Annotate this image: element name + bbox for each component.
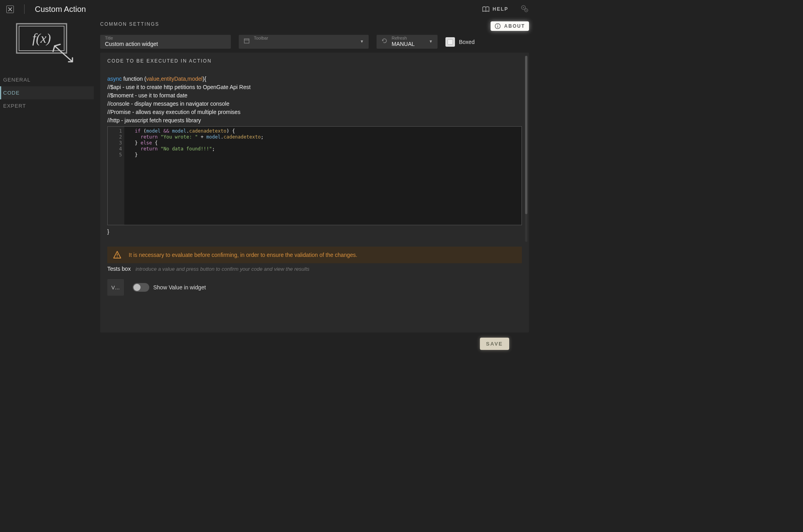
- editor-content: if (model && model.cadenadetexto) { retu…: [124, 127, 267, 225]
- page-title: Custom Action: [35, 5, 86, 14]
- close-icon: [8, 7, 12, 11]
- help-button[interactable]: HELP: [482, 6, 508, 12]
- divider: [24, 4, 25, 14]
- save-button[interactable]: SAVE: [480, 338, 509, 350]
- book-icon: [482, 6, 489, 12]
- title-value: Custom action widget: [105, 41, 226, 47]
- tab-label: CODE: [3, 90, 20, 96]
- settings-gears-icon[interactable]: [520, 4, 529, 14]
- boxed-checkbox-wrap: Boxed: [445, 37, 475, 47]
- warning-icon: [113, 251, 122, 259]
- scrollbar[interactable]: [525, 56, 527, 242]
- close-button[interactable]: [6, 6, 14, 13]
- tab-label: GENERAL: [3, 77, 30, 83]
- refresh-value: MANUAL: [392, 41, 425, 47]
- code-editor[interactable]: 12345 if (model && model.cadenadetexto) …: [107, 126, 522, 225]
- tests-box-row: Tests box introduce a value and press bu…: [107, 266, 522, 272]
- calendar-icon: [244, 38, 250, 45]
- warning-box: It is necessary to evaluate before confi…: [107, 247, 522, 263]
- show-value-toggle[interactable]: [133, 283, 149, 292]
- svg-point-1: [523, 7, 524, 8]
- code-panel: CODE TO BE EXECUTED IN ACTION async func…: [100, 53, 529, 332]
- closing-brace: }: [107, 228, 522, 235]
- chevron-down-icon: ▼: [429, 39, 433, 44]
- toolbar-select[interactable]: Toolbar ▼: [239, 35, 369, 49]
- header-bar: Custom Action HELP: [0, 0, 535, 18]
- code-comment: //console - display messages in navigato…: [107, 100, 522, 108]
- toolbar-value: [254, 41, 356, 47]
- about-label: ABOUT: [504, 23, 525, 29]
- code-comment: //Promise - allows easy execution of mul…: [107, 108, 522, 116]
- tab-general[interactable]: GENERAL: [0, 73, 94, 86]
- footer: SAVE: [100, 332, 529, 355]
- info-icon: [495, 23, 501, 29]
- code-comment: //$moment - use it to format date: [107, 91, 522, 100]
- fx-logo-icon: f(x): [15, 22, 94, 66]
- settings-header-row: COMMON SETTINGS ABOUT: [100, 21, 529, 31]
- save-label: SAVE: [486, 341, 503, 347]
- title-label: Title: [105, 36, 226, 40]
- about-button[interactable]: ABOUT: [491, 21, 529, 31]
- tab-label: EXPERT: [3, 103, 26, 109]
- refresh-icon: [381, 38, 388, 45]
- title-field[interactable]: Title Custom action widget: [100, 35, 231, 49]
- svg-point-13: [117, 256, 118, 257]
- function-signature: async function (value,entityData,model){: [107, 75, 522, 83]
- content: COMMON SETTINGS ABOUT Title Custom actio…: [94, 18, 535, 355]
- editor-gutter: 12345: [108, 127, 124, 225]
- code-comment: //http - javascript fetch requests libra…: [107, 116, 522, 125]
- svg-point-3: [526, 10, 527, 10]
- refresh-select[interactable]: Refresh MANUAL ▼: [377, 35, 438, 49]
- tests-box-hint: introduce a value and press button to co…: [135, 266, 309, 272]
- boxed-label: Boxed: [459, 39, 475, 45]
- settings-fields-row: Title Custom action widget Toolbar ▼: [100, 35, 529, 49]
- tab-expert[interactable]: EXPERT: [0, 99, 94, 112]
- sidebar: f(x) GENERAL CODE EXPERT: [0, 18, 94, 355]
- common-settings-label: COMMON SETTINGS: [100, 21, 159, 27]
- value-button-label: V…: [111, 285, 120, 291]
- chevron-down-icon: ▼: [360, 39, 364, 44]
- tests-box-label: Tests box: [107, 266, 131, 272]
- code-comment: //$api - use it to create http petitions…: [107, 83, 522, 91]
- tab-code[interactable]: CODE: [0, 86, 94, 99]
- boxed-checkbox[interactable]: [445, 37, 455, 47]
- main: f(x) GENERAL CODE EXPERT COMMON SETTINGS…: [0, 18, 535, 355]
- refresh-label: Refresh: [392, 36, 425, 40]
- show-value-label: Show Value in widget: [153, 284, 206, 291]
- svg-text:f(x): f(x): [32, 31, 51, 46]
- sidebar-tabs: GENERAL CODE EXPERT: [0, 73, 94, 112]
- value-button[interactable]: V…: [107, 279, 124, 296]
- warning-text: It is necessary to evaluate before confi…: [129, 252, 357, 258]
- svg-rect-10: [244, 39, 249, 43]
- svg-rect-9: [498, 26, 499, 28]
- code-section-label: CODE TO BE EXECUTED IN ACTION: [107, 58, 522, 64]
- toolbar-label: Toolbar: [254, 36, 356, 40]
- help-label: HELP: [493, 6, 508, 12]
- tests-controls: V… Show Value in widget: [107, 279, 522, 296]
- svg-point-8: [497, 25, 498, 25]
